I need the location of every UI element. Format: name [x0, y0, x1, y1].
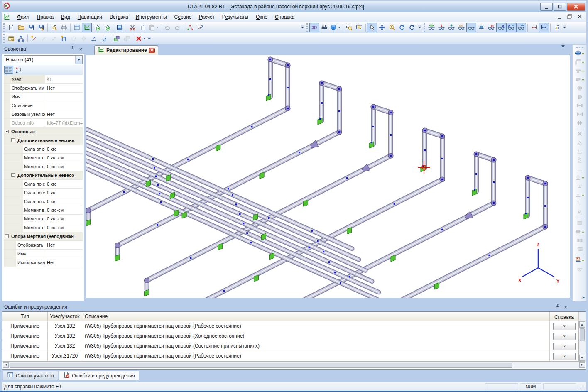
pipe-segment-button[interactable]	[573, 49, 586, 58]
error-table-row[interactable]: ПримечаниеУзел:132(W305) Трубопровод под…	[2, 331, 586, 341]
undo-button[interactable]	[162, 23, 172, 32]
mirror-element-button[interactable]	[79, 34, 89, 43]
insulation-button[interactable]	[573, 265, 586, 274]
mdi-close-button[interactable]	[576, 13, 583, 21]
editor-view-button[interactable]	[82, 23, 92, 32]
help-button[interactable]: ?	[553, 353, 576, 360]
anchor-support-button[interactable]	[573, 139, 586, 147]
toolbar-overflow-button[interactable]	[300, 23, 306, 32]
toolbar-grip[interactable]	[306, 23, 308, 32]
new-document-button[interactable]	[6, 23, 16, 32]
custom-support-button[interactable]: ?	[573, 200, 586, 208]
select-button[interactable]	[367, 23, 377, 32]
scroll-right-icon[interactable]: ►	[579, 362, 585, 368]
property-value[interactable]: 0 кгс·см	[45, 206, 83, 214]
elbow-button[interactable]	[573, 58, 586, 67]
property-value[interactable]: 0 кгс	[45, 145, 83, 153]
open-file-button[interactable]	[16, 23, 26, 32]
bottom-tab-sections[interactable]: Список участков	[3, 371, 58, 380]
show-lengths-button[interactable]: 10	[486, 23, 496, 32]
property-value[interactable]	[45, 250, 83, 258]
measure-distance-button[interactable]: ?	[89, 34, 99, 43]
error-table-row[interactable]: ПримечаниеУзел:132(W305) Трубопровод под…	[2, 321, 586, 331]
model-viewport[interactable]: ZXY	[86, 55, 570, 298]
cut-button[interactable]	[127, 23, 137, 32]
toolbar-grip[interactable]	[3, 23, 5, 32]
toolbar-grip[interactable]	[424, 23, 425, 32]
property-value[interactable]: 0 кгс	[45, 189, 83, 197]
property-value[interactable]: 0 кгс·см	[45, 154, 83, 162]
property-value[interactable]: 0 кгс	[45, 197, 83, 206]
help-button[interactable]: ?	[553, 343, 576, 350]
check-run-button[interactable]	[102, 23, 112, 32]
tee-button[interactable]	[573, 67, 586, 76]
close-panel-icon[interactable]: ×	[564, 304, 567, 310]
cross-node-button[interactable]	[573, 130, 586, 139]
property-value[interactable]	[45, 93, 83, 101]
menu-service[interactable]: Сервис	[171, 13, 195, 21]
rotate-element-button[interactable]	[69, 34, 79, 43]
show-restraints-button[interactable]: |O|	[456, 23, 466, 32]
show-support-marks-button[interactable]	[516, 23, 526, 32]
property-category-row[interactable]: −Опора мертвая (неподвижн	[4, 232, 83, 241]
property-category-row[interactable]: −Дополнительные невесо	[4, 171, 83, 180]
scroll-up-icon[interactable]: ▲	[579, 321, 585, 328]
axial-compensator-button[interactable]	[573, 228, 586, 237]
show-nodes-button[interactable]	[446, 23, 456, 32]
reducer-button[interactable]	[573, 76, 586, 84]
mdi-minimize-button[interactable]	[556, 13, 563, 21]
combobox-dropdown-button[interactable]	[75, 56, 82, 64]
copy-fragment-button[interactable]	[122, 34, 132, 43]
toolbar-overflow-button[interactable]	[147, 34, 152, 43]
pin-icon[interactable]	[69, 45, 76, 53]
mdi-restore-button[interactable]	[566, 13, 573, 21]
scroll-down-icon[interactable]: ▼	[579, 355, 585, 361]
menu-help[interactable]: Справка	[271, 13, 298, 21]
copy-button[interactable]	[137, 23, 147, 32]
property-value[interactable]: Нет	[45, 241, 83, 249]
tab-list-button[interactable]	[561, 47, 565, 53]
property-value[interactable]: 0 кгс·см	[45, 162, 83, 171]
property-category-row[interactable]: −Дополнительные весовь	[4, 136, 83, 145]
help-button[interactable]: ?	[553, 323, 576, 330]
paste-button[interactable]	[147, 23, 159, 32]
collapse-icon[interactable]: −	[5, 130, 9, 133]
property-value[interactable]: 0 кгс·см	[45, 223, 83, 232]
toolbar-overflow-button[interactable]	[417, 23, 423, 32]
insert-fragment-button[interactable]	[112, 34, 122, 43]
rigid-hanger-button[interactable]	[573, 174, 586, 182]
split-node-button[interactable]	[49, 34, 59, 43]
pin-icon[interactable]	[554, 303, 561, 311]
element-properties-button[interactable]	[6, 34, 16, 43]
palette-expand-button[interactable]: ▸	[583, 295, 585, 299]
add-node-button[interactable]	[29, 34, 39, 43]
zoom-dynamic-button[interactable]	[344, 23, 354, 32]
show-supports-button[interactable]	[476, 23, 486, 32]
spring-hanger-button[interactable]	[573, 165, 586, 174]
print-button[interactable]	[59, 23, 69, 32]
toolbar-grip[interactable]	[576, 47, 583, 48]
show-model-button[interactable]	[466, 23, 476, 32]
find-button[interactable]	[319, 23, 329, 32]
model-structure-button[interactable]	[16, 34, 26, 43]
rest-support-button[interactable]	[573, 182, 586, 191]
show-pipes-button[interactable]	[426, 23, 436, 32]
error-table-row[interactable]: ПримечаниеУзел:31720(W305) Трубопровод п…	[2, 351, 586, 361]
guide-support-button[interactable]	[573, 147, 586, 156]
property-value[interactable]: 0 кгс	[45, 180, 83, 188]
valve-button[interactable]	[573, 102, 586, 110]
resize-grip-icon[interactable]	[578, 384, 584, 390]
categorized-view-button[interactable]	[4, 66, 13, 74]
scrollbar-thumb[interactable]	[10, 363, 512, 368]
regenerate-button[interactable]	[407, 23, 417, 32]
redo-button[interactable]	[172, 23, 182, 32]
toolbar-grip[interactable]	[3, 34, 5, 43]
tab-editing[interactable]: Редактирование ✕	[94, 45, 158, 55]
property-value[interactable]: 0 кгс·см	[45, 215, 83, 223]
close-button[interactable]	[567, 3, 585, 11]
bottom-tab-errors[interactable]: Ошибки и предупреждения	[59, 371, 139, 380]
dead-support-button[interactable]: M	[573, 208, 586, 217]
object-selector-combobox[interactable]: Начало (41)	[4, 55, 83, 64]
menu-tools[interactable]: Инструменты	[132, 13, 171, 21]
coupling-button[interactable]	[573, 119, 586, 128]
